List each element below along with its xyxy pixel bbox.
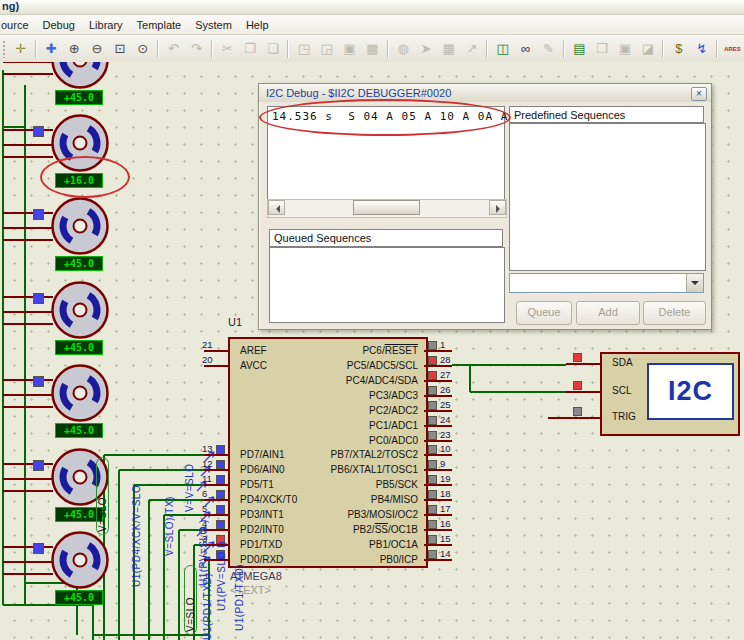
motor-value-label: +45.0: [55, 90, 103, 105]
pin-state-square: [428, 535, 437, 544]
dc-motor[interactable]: [53, 283, 108, 338]
dc-motor[interactable]: [53, 62, 108, 88]
pin-state-square: [428, 550, 437, 559]
ares-netlist-icon[interactable]: ARES: [722, 39, 743, 59]
voltage-probe-square: [33, 293, 44, 304]
block-move-icon[interactable]: ◲: [316, 39, 337, 59]
block-rotate-icon[interactable]: ▣: [339, 39, 360, 59]
pin-label: PB3/MOSI/OC2: [282, 509, 418, 520]
pin-label: PD7/AIN1: [240, 449, 284, 460]
toolbar-separator: [157, 40, 159, 58]
pin-state-square: [216, 475, 225, 484]
pin-label: PD2/INT0: [240, 524, 284, 535]
menu-item-ource[interactable]: ource: [0, 17, 36, 33]
pin-label: PC4/ADC4/SDA: [282, 375, 418, 386]
pin-label: PC6/RESET: [282, 345, 418, 356]
wire-autorouter-icon[interactable]: ◫: [492, 39, 513, 59]
schematic-canvas[interactable]: I2C Debug - $II2C DEBUGGER#0020 × 14.536…: [0, 62, 744, 640]
toolbar-separator: [662, 40, 664, 58]
pin-state-square: [573, 353, 582, 362]
pin-number: 21: [202, 339, 213, 350]
toolbar-separator: [563, 40, 565, 58]
scroll-left-icon[interactable]: [268, 200, 285, 215]
voltage-probe-square: [33, 209, 44, 220]
queued-sequences-list[interactable]: [269, 247, 505, 323]
pin-state-square: [428, 475, 437, 484]
toolbar-separator: [287, 40, 289, 58]
property-tool-icon[interactable]: ✎: [538, 39, 559, 59]
chevron-down-icon[interactable]: [686, 274, 703, 292]
zoom-all-icon[interactable]: ⊙: [132, 39, 153, 59]
menu-item-system[interactable]: System: [188, 17, 239, 33]
new-sheet-icon[interactable]: ▤: [569, 39, 590, 59]
electrical-check-icon[interactable]: ↯: [691, 39, 712, 59]
copy-icon[interactable]: ❐: [240, 39, 261, 59]
chip-reference: U1: [228, 316, 242, 328]
pin-label: PD3/INT1: [240, 509, 284, 520]
dc-motor[interactable]: [53, 199, 108, 254]
undo-icon[interactable]: ↶: [163, 39, 184, 59]
pin-state-square: [216, 460, 225, 469]
pin-number: 11: [202, 473, 212, 484]
zoom-out-icon[interactable]: ⊖: [87, 39, 108, 59]
pin-label: PD1/TXD: [240, 539, 282, 550]
pin-label: PB2/SS/OC1B: [282, 524, 418, 535]
pin-number: 12: [202, 458, 213, 469]
pin-state-square: [428, 490, 437, 499]
log-horizontal-scrollbar[interactable]: [267, 199, 507, 218]
sequence-combobox[interactable]: [509, 273, 704, 293]
pin-state-square: [428, 371, 437, 380]
goto-sheet-icon[interactable]: ▣: [615, 39, 636, 59]
pick-part-icon[interactable]: ◍: [393, 39, 414, 59]
pin-state-square: [428, 431, 437, 440]
pin-state-square: [216, 490, 225, 499]
origin-icon[interactable]: ✛: [10, 39, 31, 59]
pin-number: 26: [440, 384, 451, 395]
dc-motor[interactable]: [53, 533, 108, 588]
net-label: V=V=SLO: [184, 440, 195, 512]
pin-state-square: [428, 356, 437, 365]
pin-state-square: [428, 386, 437, 395]
zone-icon[interactable]: ◪: [637, 39, 658, 59]
pin-state-square: [573, 407, 582, 416]
remove-sheet-icon[interactable]: ❒: [592, 39, 613, 59]
packaging-icon[interactable]: ▦: [439, 39, 460, 59]
decompose-icon[interactable]: ↗: [461, 39, 482, 59]
predefined-sequences-list[interactable]: [509, 123, 706, 271]
bill-of-materials-icon[interactable]: $: [668, 39, 689, 59]
pin-label: PC2/ADC2: [282, 405, 418, 416]
toolbar-grip: [2, 40, 7, 58]
make-device-icon[interactable]: ➤: [416, 39, 437, 59]
dc-motor[interactable]: [53, 366, 108, 421]
pan-icon[interactable]: ✚: [41, 39, 62, 59]
search-icon[interactable]: ∞: [515, 39, 536, 59]
title-bar[interactable]: ng): [0, 0, 744, 15]
menu-item-help[interactable]: Help: [239, 17, 276, 33]
paste-icon[interactable]: ❑: [263, 39, 284, 59]
debug-window-titlebar[interactable]: I2C Debug - $II2C DEBUGGER#0020 ×: [259, 84, 711, 102]
menu-item-template[interactable]: Template: [130, 17, 189, 33]
add-button[interactable]: Add: [576, 301, 640, 325]
scroll-right-icon[interactable]: [489, 200, 506, 215]
zoom-in-icon[interactable]: ⊕: [64, 39, 85, 59]
i2c-probe-logo: I2C: [647, 363, 734, 420]
scrollbar-thumb[interactable]: [353, 200, 420, 215]
pin-state-square: [428, 505, 437, 514]
menu-item-debug[interactable]: Debug: [36, 17, 82, 33]
probe-pin-name: SCL: [612, 385, 631, 396]
block-copy-icon[interactable]: ◳: [293, 39, 314, 59]
redo-icon[interactable]: ↷: [186, 39, 207, 59]
pin-number: 13: [202, 443, 213, 454]
block-delete-icon[interactable]: ▩: [362, 39, 383, 59]
pin-state-square: [428, 460, 437, 469]
zoom-area-icon[interactable]: ⊡: [109, 39, 130, 59]
annotation-ellipse-log: [259, 99, 511, 136]
delete-button[interactable]: Delete: [643, 301, 706, 325]
toolbar-separator: [387, 40, 389, 58]
predefined-sequences-header: Predefined Sequences: [509, 106, 704, 123]
motor-value-label: +45.0: [55, 256, 103, 271]
menu-item-library[interactable]: Library: [82, 17, 130, 33]
cut-icon[interactable]: ✂: [217, 39, 238, 59]
queue-button[interactable]: Queue: [516, 301, 572, 325]
close-icon[interactable]: ×: [691, 87, 707, 101]
